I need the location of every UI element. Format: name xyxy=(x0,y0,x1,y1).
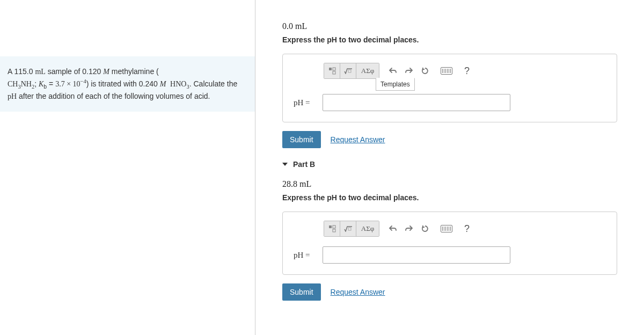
fraction-icon[interactable] xyxy=(324,63,340,78)
collapse-caret-icon[interactable] xyxy=(282,163,288,166)
keyboard-icon[interactable] xyxy=(438,221,455,236)
submit-button-b[interactable]: Submit xyxy=(282,283,321,301)
help-icon[interactable]: ? xyxy=(459,221,475,236)
toolbar-b: ΑΣφ ? xyxy=(324,221,608,237)
answer-box-b: ΑΣφ ? pH = xyxy=(282,212,617,275)
sqrt-icon[interactable] xyxy=(340,221,356,236)
svg-rect-1 xyxy=(333,68,335,70)
part-a-volume: 0.0 mL xyxy=(282,21,617,31)
greek-letters-button[interactable]: ΑΣφ xyxy=(356,221,379,236)
undo-icon[interactable] xyxy=(385,63,401,78)
svg-rect-6 xyxy=(333,229,335,232)
svg-rect-5 xyxy=(333,225,335,228)
fraction-icon[interactable] xyxy=(324,221,340,236)
part-b: Part B 28.8 mL Express the pH to two dec… xyxy=(282,160,617,301)
toolbar-a: ΑΣφ ? Templates xyxy=(324,63,608,79)
sqrt-icon[interactable] xyxy=(340,63,356,78)
undo-icon[interactable] xyxy=(385,221,401,236)
keyboard-icon[interactable] xyxy=(438,63,455,78)
svg-rect-3 xyxy=(348,70,351,72)
ph-label-a: pH = xyxy=(291,98,323,107)
reset-icon[interactable] xyxy=(417,221,433,236)
svg-rect-4 xyxy=(329,225,332,228)
problem-statement: A 115.0 mL sample of 0.120 M methylamine… xyxy=(0,56,255,112)
part-a-instruction: Express the pH to two decimal places. xyxy=(282,35,617,44)
ph-input-a[interactable] xyxy=(323,94,510,111)
help-icon[interactable]: ? xyxy=(459,63,475,78)
problem-text: A 115.0 mL sample of 0.120 M methylamine… xyxy=(8,67,237,100)
request-answer-link-b[interactable]: Request Answer xyxy=(331,288,385,296)
redo-icon[interactable] xyxy=(401,221,417,236)
redo-icon[interactable] xyxy=(401,63,417,78)
part-b-title: Part B xyxy=(293,160,315,169)
templates-tab[interactable]: Templates xyxy=(376,78,415,91)
part-b-instruction: Express the pH to two decimal places. xyxy=(282,193,617,202)
part-a: 0.0 mL Express the pH to two decimal pla… xyxy=(282,21,617,148)
ph-input-b[interactable] xyxy=(323,246,510,264)
answer-box-a: ΑΣφ ? Templates pH = xyxy=(282,54,617,122)
svg-rect-2 xyxy=(333,71,335,74)
svg-rect-7 xyxy=(348,228,351,230)
request-answer-link-a[interactable]: Request Answer xyxy=(331,135,385,144)
svg-rect-0 xyxy=(329,68,332,70)
reset-icon[interactable] xyxy=(417,63,433,78)
submit-button-a[interactable]: Submit xyxy=(282,131,321,148)
part-b-volume: 28.8 mL xyxy=(282,179,617,189)
ph-label-b: pH = xyxy=(291,251,323,260)
greek-letters-button[interactable]: ΑΣφ xyxy=(356,63,379,78)
